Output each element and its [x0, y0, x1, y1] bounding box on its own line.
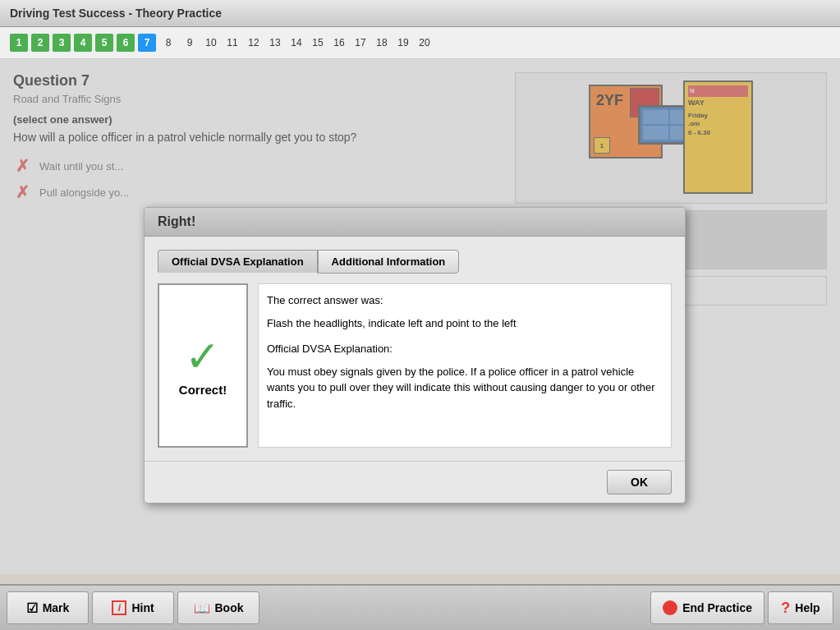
app-title: Driving Test Success - Theory Practice	[10, 7, 222, 20]
nav-num-5[interactable]: 5	[95, 34, 113, 52]
end-practice-button[interactable]: End Practice	[650, 591, 764, 624]
help-label: Help	[795, 601, 819, 614]
modal-content-area: ✓ Correct! The correct answer was: Flash…	[158, 283, 672, 448]
nav-num-19[interactable]: 19	[394, 34, 412, 52]
book-button[interactable]: 📖 Book	[177, 591, 259, 624]
help-button[interactable]: ? Help	[768, 591, 833, 624]
tab-additional-info[interactable]: Additional Information	[318, 250, 460, 274]
nav-num-6[interactable]: 6	[117, 34, 135, 52]
nav-num-14[interactable]: 14	[287, 34, 305, 52]
end-practice-label: End Practice	[682, 601, 752, 614]
mark-label: Mark	[43, 601, 70, 614]
hint-icon: i	[112, 600, 126, 615]
correct-answer-label: The correct answer was:	[267, 292, 663, 309]
correct-result-box: ✓ Correct!	[158, 283, 248, 448]
title-bar: Driving Test Success - Theory Practice	[0, 0, 840, 27]
nav-num-3[interactable]: 3	[53, 34, 71, 52]
nav-num-15[interactable]: 15	[309, 34, 327, 52]
explanation-text-box[interactable]: The correct answer was: Flash the headli…	[258, 283, 672, 448]
big-checkmark-icon: ✓	[185, 335, 221, 378]
nav-num-1[interactable]: 1	[10, 34, 28, 52]
nav-num-20[interactable]: 20	[415, 34, 434, 52]
nav-num-10[interactable]: 10	[202, 34, 220, 52]
book-icon: 📖	[194, 600, 210, 616]
nav-num-8[interactable]: 8	[159, 34, 177, 52]
nav-num-16[interactable]: 16	[330, 34, 348, 52]
modal-title: Right!	[158, 214, 195, 228]
nav-num-17[interactable]: 17	[351, 34, 370, 52]
modal-header: Right!	[145, 208, 685, 237]
modal-body: Official DVSA Explanation Additional Inf…	[145, 237, 685, 461]
nav-num-13[interactable]: 13	[266, 34, 284, 52]
modal-footer: OK	[145, 461, 685, 503]
bottom-toolbar: ☑ Mark i Hint 📖 Book End Practice ? Help	[0, 584, 840, 630]
nav-num-2[interactable]: 2	[31, 34, 49, 52]
mark-icon: ☑	[26, 600, 38, 616]
explanation-label: Official DVSA Explanation:	[267, 341, 663, 357]
book-label: Book	[215, 601, 244, 614]
hint-button[interactable]: i Hint	[92, 591, 174, 624]
end-practice-icon	[663, 600, 677, 615]
explanation-body: You must obey signals given by the polic…	[267, 364, 663, 412]
hint-label: Hint	[131, 601, 154, 614]
ok-button[interactable]: OK	[607, 470, 672, 494]
nav-num-11[interactable]: 11	[223, 34, 241, 52]
nav-num-12[interactable]: 12	[245, 34, 263, 52]
nav-num-7[interactable]: 7	[138, 34, 156, 52]
nav-num-4[interactable]: 4	[74, 34, 92, 52]
nav-num-18[interactable]: 18	[373, 34, 391, 52]
mark-button[interactable]: ☑ Mark	[7, 591, 89, 624]
correct-label: Correct!	[179, 383, 227, 397]
result-modal: Right! Official DVSA Explanation Additio…	[144, 207, 686, 504]
correct-answer-text: Flash the headlights, indicate left and …	[267, 315, 663, 332]
nav-num-9[interactable]: 9	[181, 34, 199, 52]
question-nav-bar: 1234567891011121314151617181920	[0, 27, 840, 59]
tab-dvsa-explanation[interactable]: Official DVSA Explanation	[158, 250, 318, 274]
help-icon: ?	[781, 600, 790, 617]
main-content: Question 7 Road and Traffic Signs (selec…	[0, 59, 840, 574]
modal-tabs: Official DVSA Explanation Additional Inf…	[158, 250, 672, 274]
